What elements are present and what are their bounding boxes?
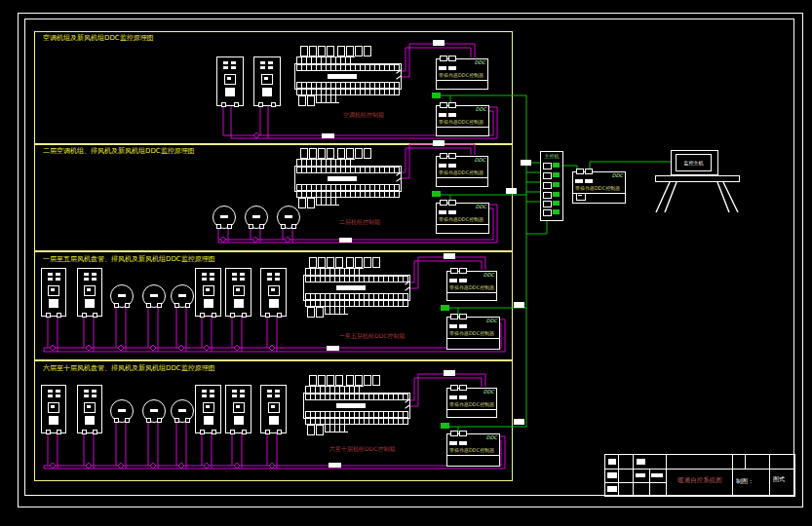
wire-label-chip — [339, 238, 352, 243]
printer-icon — [576, 193, 586, 201]
network-ddc-controller: DDC 带操作器DDC控制器 — [572, 171, 626, 204]
wire-label-chip — [322, 133, 334, 138]
s4-control-panel-2 — [77, 385, 102, 433]
sheet-label: 图式 — [773, 475, 785, 484]
s3-fan-motor-3 — [171, 284, 194, 308]
terminal-tab — [448, 200, 456, 206]
title-block-stamp — [651, 473, 663, 477]
s1-ddc-terminal-strip — [294, 46, 404, 104]
wire-label-chip — [329, 463, 341, 468]
workstation-desk — [655, 175, 740, 182]
title-block-line — [732, 455, 733, 496]
wire-label-chip — [506, 188, 517, 194]
controller-title: 带操作器DDC控制器 — [439, 216, 487, 222]
workstation-monitor: 监控主机 — [671, 150, 718, 175]
s4-ddc-terminal-strip — [303, 375, 412, 433]
title-block-stamp — [636, 473, 645, 477]
section-1-label: 空调机组及新风机组DDC监控原理图 — [43, 34, 154, 42]
drawn-by-label: 制图： — [736, 477, 754, 486]
controller-title: 带操作器DDC控制器 — [575, 185, 624, 191]
terminal-tab — [450, 385, 458, 391]
terminal-tab — [448, 56, 456, 61]
network-node — [441, 423, 449, 429]
drawing-title: 暖通自控系统图 — [670, 476, 730, 485]
wire-label-chip — [327, 346, 339, 351]
network-switch-label: 主控机 — [541, 153, 562, 159]
controller-tag: DDC — [483, 273, 494, 278]
controller-tag: DDC — [476, 205, 486, 209]
controller-title: 带操作器DDC控制器 — [439, 169, 486, 175]
terminal-tab — [450, 268, 458, 274]
terminal-tab — [440, 102, 447, 108]
terminal-tab — [450, 431, 458, 436]
controller-tag: DDC — [486, 319, 497, 323]
s4-control-panel-4 — [225, 385, 251, 433]
controller-tag: DDC — [476, 107, 486, 112]
s4-control-panel-3 — [195, 385, 221, 433]
terminal-tab — [576, 169, 584, 174]
terminal-tab — [459, 268, 467, 274]
s2-ddc-terminal-strip — [294, 148, 404, 207]
controller-tag: DDC — [475, 60, 485, 65]
controller-tag: DDC — [486, 435, 497, 440]
terminal-tab — [448, 102, 456, 108]
s2-fan-motor-1 — [213, 206, 236, 229]
title-block-line — [769, 455, 770, 496]
controller-title: 带操作器DDC控制器 — [449, 330, 498, 336]
s3-fan-motor-2 — [142, 284, 166, 308]
section-3-label: 一层至五层风机盘管、排风机及新风机组DDC监控原理图 — [43, 255, 215, 263]
s4-ddc-controller-box-1: DDC 带操作器DDC控制器 — [446, 388, 497, 418]
s2-ddc-controller-box-2: DDC 带操作器DDC控制器 — [436, 203, 489, 234]
title-block-line — [649, 469, 650, 496]
s4-fan-motor-3 — [171, 399, 194, 423]
s2-fan-motor-2 — [245, 206, 268, 229]
terminal-tab — [459, 314, 467, 319]
controller-tag: DDC — [483, 390, 494, 394]
s4-fan-motor-1 — [110, 399, 134, 423]
controller-title: 带操作器DDC控制器 — [439, 119, 487, 125]
s3-control-panel-2 — [77, 268, 102, 317]
wire-label-chip — [514, 302, 524, 308]
s3-fan-motor-1 — [110, 284, 134, 308]
cad-drawing-canvas: 空调机组及新风机组DDC监控原理图 空调机组控制箱 DDC 带操作器DDC控制器… — [0, 0, 812, 526]
s1-ddc-controller-box-2: DDC 带操作器DDC控制器 — [436, 105, 489, 136]
title-block-line — [745, 455, 746, 469]
terminal-tab — [450, 314, 458, 319]
s3-ddc-controller-box-2: DDC 带操作器DDC控制器 — [446, 317, 500, 350]
title-block: 暖通自控系统图 制图： 图式 — [604, 454, 795, 497]
s3-control-panel-3 — [195, 268, 221, 317]
s4-control-panel-5 — [260, 385, 287, 433]
title-block-stamp — [608, 459, 616, 465]
wire-label-chip — [433, 140, 445, 146]
network-node — [441, 305, 449, 311]
terminal-tab — [459, 431, 467, 436]
wire-label-chip — [433, 40, 445, 46]
controller-title: 带操作器DDC控制器 — [449, 401, 495, 407]
title-block-stamp — [637, 459, 645, 465]
wire-label-chip — [444, 253, 455, 259]
controller-title: 带操作器DDC控制器 — [449, 447, 498, 453]
wire-label-chip — [521, 160, 531, 166]
title-block-stamp — [607, 486, 617, 492]
s2-fan-motor-3 — [277, 206, 300, 229]
s4-caption: 六至十层机组DDC控制箱 — [329, 445, 395, 454]
title-block-line — [605, 469, 794, 470]
terminal-tab — [448, 153, 456, 159]
s3-control-panel-5 — [260, 268, 287, 317]
s1-caption: 空调机组控制箱 — [343, 111, 384, 120]
s3-caption: 一至五层机组DDC控制箱 — [339, 332, 405, 341]
terminal-tab — [440, 200, 447, 206]
s4-fan-motor-2 — [142, 399, 166, 423]
s1-ddc-controller-box-1: DDC 带操作器DDC控制器 — [436, 58, 488, 90]
wire-label-chip — [514, 419, 524, 425]
controller-title: 带操作器DDC控制器 — [449, 284, 495, 290]
s3-control-panel-4 — [225, 268, 251, 317]
terminal-tab — [585, 169, 593, 174]
title-block-line — [618, 455, 619, 496]
s4-control-panel-1 — [41, 385, 66, 433]
network-node — [432, 191, 441, 197]
title-block-line — [633, 455, 634, 496]
title-block-line — [605, 482, 666, 483]
title-block-stamp — [607, 472, 617, 478]
section-2-label: 二层空调机组、排风机及新风机组DDC监控原理图 — [43, 147, 195, 155]
